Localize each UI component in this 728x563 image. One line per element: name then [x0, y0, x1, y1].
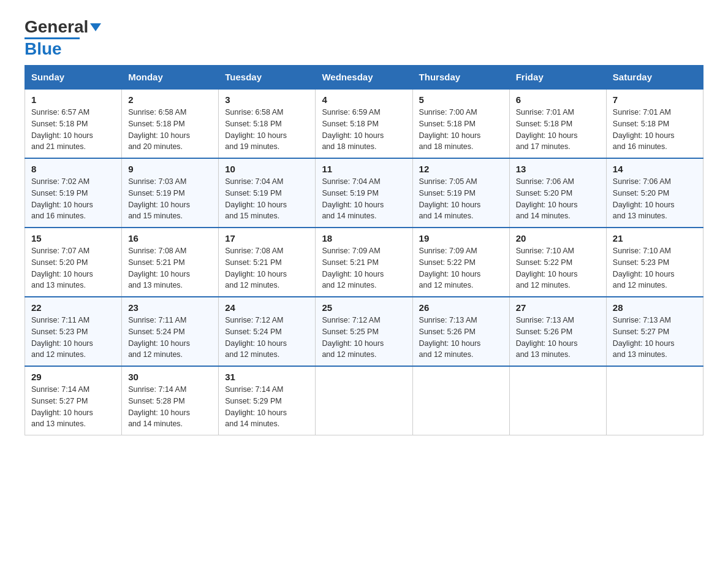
logo-text: General	[25, 18, 101, 36]
day-info: Sunrise: 7:13 AMSunset: 5:27 PMDaylight:…	[613, 315, 697, 361]
day-number: 17	[225, 233, 309, 243]
calendar-cell: 21Sunrise: 7:10 AMSunset: 5:23 PMDayligh…	[606, 228, 703, 297]
calendar-cell: 17Sunrise: 7:08 AMSunset: 5:21 PMDayligh…	[219, 228, 316, 297]
logo-blue: Blue	[25, 39, 62, 58]
day-number: 13	[516, 164, 600, 174]
day-number: 21	[613, 233, 697, 243]
calendar-cell: 9Sunrise: 7:03 AMSunset: 5:19 PMDaylight…	[122, 158, 219, 228]
day-info: Sunrise: 6:58 AMSunset: 5:18 PMDaylight:…	[225, 107, 309, 153]
day-number: 8	[31, 164, 115, 174]
day-info: Sunrise: 7:04 AMSunset: 5:19 PMDaylight:…	[225, 176, 309, 222]
day-info: Sunrise: 7:12 AMSunset: 5:24 PMDaylight:…	[225, 315, 309, 361]
day-info: Sunrise: 7:00 AMSunset: 5:18 PMDaylight:…	[419, 107, 503, 153]
day-number: 15	[31, 233, 115, 243]
day-info: Sunrise: 7:10 AMSunset: 5:23 PMDaylight:…	[613, 245, 697, 291]
calendar-week-3: 15Sunrise: 7:07 AMSunset: 5:20 PMDayligh…	[25, 228, 703, 297]
calendar-cell: 18Sunrise: 7:09 AMSunset: 5:21 PMDayligh…	[316, 228, 412, 297]
calendar-cell: 15Sunrise: 7:07 AMSunset: 5:20 PMDayligh…	[25, 228, 122, 297]
day-number: 14	[613, 164, 697, 174]
calendar-cell: 5Sunrise: 7:00 AMSunset: 5:18 PMDaylight…	[412, 89, 509, 158]
day-header-sunday: Sunday	[25, 66, 122, 90]
calendar-cell: 27Sunrise: 7:13 AMSunset: 5:26 PMDayligh…	[509, 297, 606, 366]
day-number: 31	[225, 372, 309, 382]
day-info: Sunrise: 6:57 AMSunset: 5:18 PMDaylight:…	[31, 107, 115, 153]
calendar-cell: 30Sunrise: 7:14 AMSunset: 5:28 PMDayligh…	[122, 366, 219, 435]
calendar-cell: 6Sunrise: 7:01 AMSunset: 5:18 PMDaylight…	[509, 89, 606, 158]
calendar-cell: 29Sunrise: 7:14 AMSunset: 5:27 PMDayligh…	[25, 366, 122, 435]
day-info: Sunrise: 7:03 AMSunset: 5:19 PMDaylight:…	[128, 176, 212, 222]
calendar-cell: 14Sunrise: 7:06 AMSunset: 5:20 PMDayligh…	[606, 158, 703, 228]
calendar-cell: 4Sunrise: 6:59 AMSunset: 5:18 PMDaylight…	[316, 89, 412, 158]
day-info: Sunrise: 7:07 AMSunset: 5:20 PMDaylight:…	[31, 245, 115, 291]
calendar-cell: 2Sunrise: 6:58 AMSunset: 5:18 PMDaylight…	[122, 89, 219, 158]
day-header-friday: Friday	[509, 66, 606, 90]
day-info: Sunrise: 7:01 AMSunset: 5:18 PMDaylight:…	[613, 107, 697, 153]
day-number: 5	[419, 94, 503, 105]
day-info: Sunrise: 7:14 AMSunset: 5:28 PMDaylight:…	[128, 384, 212, 430]
calendar-cell: 16Sunrise: 7:08 AMSunset: 5:21 PMDayligh…	[122, 228, 219, 297]
day-number: 6	[516, 94, 600, 105]
calendar-cell: 22Sunrise: 7:11 AMSunset: 5:23 PMDayligh…	[25, 297, 122, 366]
calendar-cell: 7Sunrise: 7:01 AMSunset: 5:18 PMDaylight…	[606, 89, 703, 158]
calendar-cell: 25Sunrise: 7:12 AMSunset: 5:25 PMDayligh…	[316, 297, 412, 366]
calendar-cell	[412, 366, 509, 435]
calendar-cell	[316, 366, 412, 435]
day-info: Sunrise: 6:58 AMSunset: 5:18 PMDaylight:…	[128, 107, 212, 153]
calendar-cell: 11Sunrise: 7:04 AMSunset: 5:19 PMDayligh…	[316, 158, 412, 228]
calendar-cell: 24Sunrise: 7:12 AMSunset: 5:24 PMDayligh…	[219, 297, 316, 366]
day-number: 24	[225, 302, 309, 313]
calendar-cell	[606, 366, 703, 435]
day-number: 27	[516, 302, 600, 313]
calendar-cell: 28Sunrise: 7:13 AMSunset: 5:27 PMDayligh…	[606, 297, 703, 366]
calendar-cell: 26Sunrise: 7:13 AMSunset: 5:26 PMDayligh…	[412, 297, 509, 366]
day-number: 28	[613, 302, 697, 313]
day-info: Sunrise: 7:08 AMSunset: 5:21 PMDaylight:…	[128, 245, 212, 291]
day-info: Sunrise: 7:06 AMSunset: 5:20 PMDaylight:…	[516, 176, 600, 222]
day-info: Sunrise: 7:06 AMSunset: 5:20 PMDaylight:…	[613, 176, 697, 222]
calendar-week-5: 29Sunrise: 7:14 AMSunset: 5:27 PMDayligh…	[25, 366, 703, 435]
calendar-cell	[509, 366, 606, 435]
calendar-cell: 19Sunrise: 7:09 AMSunset: 5:22 PMDayligh…	[412, 228, 509, 297]
calendar-cell: 13Sunrise: 7:06 AMSunset: 5:20 PMDayligh…	[509, 158, 606, 228]
day-info: Sunrise: 7:13 AMSunset: 5:26 PMDaylight:…	[419, 315, 503, 361]
logo: General Blue	[25, 18, 101, 59]
day-info: Sunrise: 7:01 AMSunset: 5:18 PMDaylight:…	[516, 107, 600, 153]
day-info: Sunrise: 7:04 AMSunset: 5:19 PMDaylight:…	[322, 176, 406, 222]
day-info: Sunrise: 7:09 AMSunset: 5:21 PMDaylight:…	[322, 245, 406, 291]
day-number: 12	[419, 164, 503, 174]
calendar-cell: 23Sunrise: 7:11 AMSunset: 5:24 PMDayligh…	[122, 297, 219, 366]
day-number: 20	[516, 233, 600, 243]
day-number: 7	[613, 94, 697, 105]
day-info: Sunrise: 7:09 AMSunset: 5:22 PMDaylight:…	[419, 245, 503, 291]
day-info: Sunrise: 7:11 AMSunset: 5:24 PMDaylight:…	[128, 315, 212, 361]
calendar-week-4: 22Sunrise: 7:11 AMSunset: 5:23 PMDayligh…	[25, 297, 703, 366]
day-info: Sunrise: 7:12 AMSunset: 5:25 PMDaylight:…	[322, 315, 406, 361]
day-info: Sunrise: 7:13 AMSunset: 5:26 PMDaylight:…	[516, 315, 600, 361]
calendar-week-1: 1Sunrise: 6:57 AMSunset: 5:18 PMDaylight…	[25, 89, 703, 158]
calendar-cell: 10Sunrise: 7:04 AMSunset: 5:19 PMDayligh…	[219, 158, 316, 228]
calendar-cell: 31Sunrise: 7:14 AMSunset: 5:29 PMDayligh…	[219, 366, 316, 435]
day-number: 23	[128, 302, 212, 313]
day-number: 1	[31, 94, 115, 105]
calendar-table: SundayMondayTuesdayWednesdayThursdayFrid…	[25, 65, 703, 435]
calendar-cell: 8Sunrise: 7:02 AMSunset: 5:19 PMDaylight…	[25, 158, 122, 228]
day-number: 10	[225, 164, 309, 174]
day-info: Sunrise: 7:10 AMSunset: 5:22 PMDaylight:…	[516, 245, 600, 291]
day-header-wednesday: Wednesday	[316, 66, 412, 90]
day-number: 2	[128, 94, 212, 105]
day-number: 11	[322, 164, 406, 174]
day-info: Sunrise: 7:14 AMSunset: 5:29 PMDaylight:…	[225, 384, 309, 430]
day-info: Sunrise: 7:14 AMSunset: 5:27 PMDaylight:…	[31, 384, 115, 430]
day-number: 9	[128, 164, 212, 174]
day-number: 19	[419, 233, 503, 243]
day-number: 4	[322, 94, 406, 105]
page-header: General Blue	[25, 18, 703, 59]
day-info: Sunrise: 7:08 AMSunset: 5:21 PMDaylight:…	[225, 245, 309, 291]
day-header-saturday: Saturday	[606, 66, 703, 90]
day-header-thursday: Thursday	[412, 66, 509, 90]
day-info: Sunrise: 6:59 AMSunset: 5:18 PMDaylight:…	[322, 107, 406, 153]
day-number: 22	[31, 302, 115, 313]
day-number: 18	[322, 233, 406, 243]
calendar-cell: 20Sunrise: 7:10 AMSunset: 5:22 PMDayligh…	[509, 228, 606, 297]
calendar-cell: 3Sunrise: 6:58 AMSunset: 5:18 PMDaylight…	[219, 89, 316, 158]
